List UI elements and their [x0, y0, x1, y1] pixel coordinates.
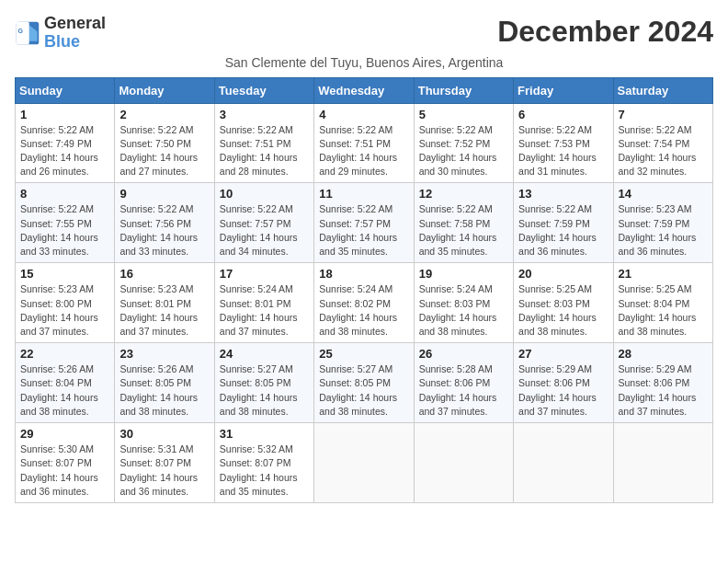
- table-row: 31 Sunrise: 5:32 AMSunset: 8:07 PMDaylig…: [214, 423, 313, 503]
- table-row: 6 Sunrise: 5:22 AMSunset: 7:53 PMDayligh…: [514, 103, 613, 183]
- day-number: 2: [119, 108, 209, 121]
- day-number: 27: [518, 347, 608, 361]
- day-number: 18: [319, 267, 408, 281]
- table-row: 5 Sunrise: 5:22 AMSunset: 7:52 PMDayligh…: [414, 103, 513, 183]
- day-detail: Sunrise: 5:23 AMSunset: 7:59 PMDaylight:…: [619, 203, 697, 257]
- day-number: 23: [119, 347, 209, 361]
- day-detail: Sunrise: 5:25 AMSunset: 8:03 PMDaylight:…: [518, 283, 597, 337]
- table-row: 23 Sunrise: 5:26 AMSunset: 8:05 PMDaylig…: [115, 343, 214, 423]
- table-row: 4 Sunrise: 5:22 AMSunset: 7:51 PMDayligh…: [314, 103, 414, 183]
- day-number: 1: [20, 108, 109, 121]
- table-row: [414, 423, 513, 503]
- table-row: 16 Sunrise: 5:23 AMSunset: 8:01 PMDaylig…: [115, 263, 214, 343]
- calendar-week-row: 29 Sunrise: 5:30 AMSunset: 8:07 PMDaylig…: [16, 423, 713, 503]
- table-row: 20 Sunrise: 5:25 AMSunset: 8:03 PMDaylig…: [514, 263, 613, 343]
- day-detail: Sunrise: 5:24 AMSunset: 8:03 PMDaylight:…: [419, 283, 497, 337]
- calendar-week-row: 22 Sunrise: 5:26 AMSunset: 8:04 PMDaylig…: [16, 343, 713, 423]
- day-number: 14: [619, 187, 708, 201]
- day-number: 17: [220, 267, 309, 281]
- location-subtitle: San Clemente del Tuyu, Buenos Aires, Arg…: [15, 55, 713, 70]
- day-number: 26: [419, 347, 508, 361]
- table-row: 28 Sunrise: 5:29 AMSunset: 8:06 PMDaylig…: [613, 343, 712, 423]
- day-number: 21: [619, 267, 708, 281]
- day-number: 29: [20, 427, 109, 441]
- table-row: 30 Sunrise: 5:31 AMSunset: 8:07 PMDaylig…: [115, 423, 214, 503]
- day-detail: Sunrise: 5:22 AMSunset: 7:53 PMDaylight:…: [518, 124, 597, 178]
- day-detail: Sunrise: 5:29 AMSunset: 8:06 PMDaylight:…: [518, 363, 597, 417]
- day-detail: Sunrise: 5:22 AMSunset: 7:50 PMDaylight:…: [119, 124, 198, 178]
- day-number: 20: [518, 267, 608, 281]
- col-monday: Monday: [115, 77, 214, 103]
- day-detail: Sunrise: 5:30 AMSunset: 8:07 PMDaylight:…: [20, 443, 98, 497]
- table-row: 10 Sunrise: 5:22 AMSunset: 7:57 PMDaylig…: [214, 183, 313, 263]
- day-detail: Sunrise: 5:26 AMSunset: 8:04 PMDaylight:…: [20, 363, 98, 417]
- table-row: 27 Sunrise: 5:29 AMSunset: 8:06 PMDaylig…: [514, 343, 613, 423]
- table-row: 29 Sunrise: 5:30 AMSunset: 8:07 PMDaylig…: [16, 423, 115, 503]
- day-detail: Sunrise: 5:26 AMSunset: 8:05 PMDaylight:…: [119, 363, 198, 417]
- table-row: 18 Sunrise: 5:24 AMSunset: 8:02 PMDaylig…: [314, 263, 414, 343]
- day-detail: Sunrise: 5:24 AMSunset: 8:02 PMDaylight:…: [319, 283, 397, 337]
- table-row: 11 Sunrise: 5:22 AMSunset: 7:57 PMDaylig…: [314, 183, 414, 263]
- svg-text:G: G: [18, 28, 24, 34]
- table-row: 17 Sunrise: 5:24 AMSunset: 8:01 PMDaylig…: [214, 263, 313, 343]
- day-detail: Sunrise: 5:22 AMSunset: 7:51 PMDaylight:…: [319, 124, 397, 178]
- day-detail: Sunrise: 5:22 AMSunset: 7:51 PMDaylight:…: [220, 124, 298, 178]
- col-sunday: Sunday: [16, 77, 115, 103]
- day-number: 12: [419, 187, 508, 201]
- table-row: 7 Sunrise: 5:22 AMSunset: 7:54 PMDayligh…: [613, 103, 712, 183]
- day-detail: Sunrise: 5:22 AMSunset: 7:59 PMDaylight:…: [518, 203, 597, 257]
- table-row: 24 Sunrise: 5:27 AMSunset: 8:05 PMDaylig…: [214, 343, 313, 423]
- calendar-week-row: 8 Sunrise: 5:22 AMSunset: 7:55 PMDayligh…: [16, 183, 713, 263]
- day-number: 31: [220, 427, 309, 441]
- logo-icon: G: [15, 20, 40, 46]
- day-detail: Sunrise: 5:22 AMSunset: 7:49 PMDaylight:…: [20, 124, 98, 178]
- day-detail: Sunrise: 5:22 AMSunset: 7:55 PMDaylight:…: [20, 203, 98, 257]
- table-row: 2 Sunrise: 5:22 AMSunset: 7:50 PMDayligh…: [115, 103, 214, 183]
- table-row: 21 Sunrise: 5:25 AMSunset: 8:04 PMDaylig…: [613, 263, 712, 343]
- table-row: 14 Sunrise: 5:23 AMSunset: 7:59 PMDaylig…: [613, 183, 712, 263]
- day-number: 13: [518, 187, 608, 201]
- col-saturday: Saturday: [613, 77, 712, 103]
- calendar-table: Sunday Monday Tuesday Wednesday Thursday…: [15, 77, 713, 503]
- table-row: 9 Sunrise: 5:22 AMSunset: 7:56 PMDayligh…: [115, 183, 214, 263]
- day-detail: Sunrise: 5:23 AMSunset: 8:00 PMDaylight:…: [20, 283, 98, 337]
- day-detail: Sunrise: 5:28 AMSunset: 8:06 PMDaylight:…: [419, 363, 497, 417]
- day-number: 25: [319, 347, 408, 361]
- day-number: 7: [619, 108, 708, 121]
- table-row: [514, 423, 613, 503]
- day-detail: Sunrise: 5:22 AMSunset: 7:57 PMDaylight:…: [220, 203, 298, 257]
- day-detail: Sunrise: 5:32 AMSunset: 8:07 PMDaylight:…: [220, 443, 298, 497]
- col-thursday: Thursday: [414, 77, 513, 103]
- calendar-week-row: 15 Sunrise: 5:23 AMSunset: 8:00 PMDaylig…: [16, 263, 713, 343]
- table-row: 22 Sunrise: 5:26 AMSunset: 8:04 PMDaylig…: [16, 343, 115, 423]
- table-row: [613, 423, 712, 503]
- month-title: December 2024: [497, 15, 713, 49]
- logo: G General Blue: [15, 15, 106, 52]
- day-detail: Sunrise: 5:22 AMSunset: 7:56 PMDaylight:…: [119, 203, 198, 257]
- logo-text-general: General: [44, 15, 106, 33]
- day-number: 3: [220, 108, 309, 121]
- day-number: 10: [220, 187, 309, 201]
- col-wednesday: Wednesday: [314, 77, 414, 103]
- day-detail: Sunrise: 5:29 AMSunset: 8:06 PMDaylight:…: [619, 363, 697, 417]
- day-number: 6: [518, 108, 608, 121]
- table-row: 1 Sunrise: 5:22 AMSunset: 7:49 PMDayligh…: [16, 103, 115, 183]
- col-tuesday: Tuesday: [214, 77, 313, 103]
- day-number: 5: [419, 108, 508, 121]
- table-row: 13 Sunrise: 5:22 AMSunset: 7:59 PMDaylig…: [514, 183, 613, 263]
- table-row: 26 Sunrise: 5:28 AMSunset: 8:06 PMDaylig…: [414, 343, 513, 423]
- table-row: 15 Sunrise: 5:23 AMSunset: 8:00 PMDaylig…: [16, 263, 115, 343]
- page-header: G General Blue December 2024: [15, 15, 713, 52]
- day-number: 8: [20, 187, 109, 201]
- day-number: 9: [119, 187, 209, 201]
- table-row: 3 Sunrise: 5:22 AMSunset: 7:51 PMDayligh…: [214, 103, 313, 183]
- day-number: 4: [319, 108, 408, 121]
- day-number: 19: [419, 267, 508, 281]
- header-row: Sunday Monday Tuesday Wednesday Thursday…: [16, 77, 713, 103]
- day-number: 15: [20, 267, 109, 281]
- day-detail: Sunrise: 5:27 AMSunset: 8:05 PMDaylight:…: [220, 363, 298, 417]
- day-detail: Sunrise: 5:23 AMSunset: 8:01 PMDaylight:…: [119, 283, 198, 337]
- day-detail: Sunrise: 5:31 AMSunset: 8:07 PMDaylight:…: [119, 443, 198, 497]
- day-detail: Sunrise: 5:24 AMSunset: 8:01 PMDaylight:…: [220, 283, 298, 337]
- calendar-week-row: 1 Sunrise: 5:22 AMSunset: 7:49 PMDayligh…: [16, 103, 713, 183]
